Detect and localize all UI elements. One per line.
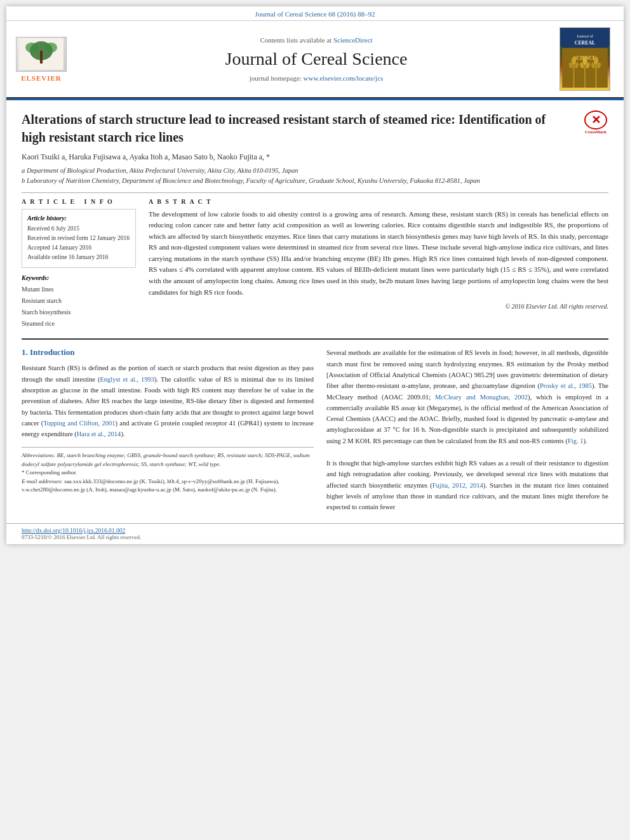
abbreviations-label: Abbreviations: BE, starch branching enzy… [22, 451, 314, 469]
received-date: Received 6 July 2015 [27, 224, 130, 234]
abstract-text: The development of low calorie foods to … [149, 209, 608, 298]
svg-point-3 [25, 43, 38, 53]
sciencedirect-notice: Contents lists available at ScienceDirec… [76, 36, 556, 44]
keywords-label: Keywords: [22, 274, 136, 281]
article-title: Alterations of starch structure lead to … [22, 110, 608, 146]
intro-left-column: 1. Introduction Resistant Starch (RS) is… [22, 347, 314, 512]
svg-rect-2 [40, 51, 43, 63]
article-info-column: A R T I C L E I N F O Article history: R… [22, 198, 136, 330]
revised-date: Received in revised form 12 January 2016 [27, 234, 130, 243]
journal-header: ELSEVIER Contents lists available at Sci… [6, 21, 624, 98]
intro-right-text-1: Several methods are available for the es… [326, 347, 608, 446]
email-tsuiki[interactable]: saa.xxx.kkk.333@docomo.ne.jp [64, 478, 138, 484]
section-divider [22, 338, 608, 340]
article-history-title: Article history: [27, 215, 130, 222]
elsevier-text: ELSEVIER [21, 74, 62, 82]
crossmark-label: CrossMark [585, 130, 607, 136]
intro-title: 1. Introduction [22, 347, 314, 357]
corresponding-note: * Corresponding author. [22, 469, 314, 477]
crossmark-icon [584, 110, 607, 130]
authors-line: Kaori Tsuiki a, Haruka Fujisawa a, Ayaka… [22, 152, 608, 162]
journal-title: Journal of Cereal Science [76, 49, 556, 69]
available-date: Available online 16 January 2016 [27, 253, 130, 262]
article-history-box: Article history: Received 6 July 2015 Re… [22, 209, 136, 269]
abbreviations-text: Abbreviations: BE, starch branching enzy… [22, 452, 310, 467]
keyword-4: Steamed rice [22, 318, 136, 330]
affiliations: a Department of Biological Production, A… [22, 166, 608, 186]
page: Journal of Cereal Science 68 (2016) 88–9… [6, 6, 624, 544]
keyword-3: Starch biosynthesis [22, 307, 136, 318]
issn-line: 0733-5210/© 2016 Elsevier Ltd. All right… [22, 534, 608, 540]
ref-prosky[interactable]: Prosky et al., 1985 [540, 382, 592, 389]
cereal-science-logo: Journal of CEREAL SCIENCE [556, 27, 613, 91]
abstract-header: A B S T R A C T [149, 198, 608, 205]
cereal-science-box: Journal of CEREAL SCIENCE [560, 27, 610, 91]
ref-fig1[interactable]: Fig. 1 [568, 437, 584, 444]
ref-mccleary[interactable]: McCleary and Monaghan, 2002 [435, 394, 528, 401]
email-sato[interactable]: masao@agr.kyushu-u.ac.jp [109, 486, 171, 493]
elsevier-logo: ELSEVIER [13, 27, 76, 91]
copyright-line: © 2016 Elsevier Ltd. All rights reserved… [149, 303, 608, 310]
ref-hara[interactable]: Hara et al., 2014 [77, 430, 121, 437]
footnotes: Abbreviations: BE, starch branching enzy… [22, 447, 314, 495]
introduction-section: 1. Introduction Resistant Starch (RS) is… [22, 347, 608, 512]
intro-right-text-2: It is thought that high-amylose starches… [326, 458, 608, 513]
doi-line: http://dx.doi.org/10.1016/j.jcs.2016.01.… [22, 528, 608, 534]
article-info-header: A R T I C L E I N F O [22, 198, 136, 205]
accepted-date: Accepted 14 January 2016 [27, 243, 130, 253]
homepage-url[interactable]: www.elsevier.com/locate/jcs [304, 74, 384, 82]
article-content: Alterations of starch structure lead to … [6, 100, 624, 523]
sciencedirect-link[interactable]: ScienceDirect [333, 36, 373, 44]
elsevier-logo-image [16, 37, 67, 72]
keyword-1: Mutant lines [22, 284, 136, 295]
intro-right-column: Several methods are available for the es… [326, 347, 608, 512]
divider [22, 192, 608, 193]
email-itoh[interactable]: v.w.chet280@docomo.ne.jp [22, 486, 85, 493]
intro-left-text: Resistant Starch (RS) is defined as the … [22, 363, 314, 439]
email-fujita[interactable]: naokof@akita-pu.ac.jp [198, 486, 250, 493]
homepage-link-line: journal homepage: www.elsevier.com/locat… [76, 74, 556, 82]
keywords-section: Keywords: Mutant lines Resistant starch … [22, 274, 136, 330]
journal-citation: Journal of Cereal Science 68 (2016) 88–9… [6, 6, 624, 21]
email-addresses: E-mail addresses: saa.xxx.kkk.333@docomo… [22, 477, 314, 495]
keyword-2: Resistant starch [22, 295, 136, 307]
svg-text:Journal of: Journal of [577, 34, 594, 38]
citation-text: Journal of Cereal Science 68 (2016) 88–9… [255, 10, 375, 18]
ref-fujita[interactable]: Fujita, 2012, 2014 [432, 482, 483, 489]
ref-topping[interactable]: Topping and Clifton, 2001 [43, 420, 115, 427]
article-two-column: A R T I C L E I N F O Article history: R… [22, 198, 608, 330]
svg-point-15 [594, 57, 598, 65]
svg-point-13 [582, 57, 587, 65]
svg-point-4 [44, 43, 57, 53]
svg-point-11 [572, 57, 576, 65]
ref-englyst[interactable]: Englyst et al., 1993 [100, 376, 154, 383]
svg-text:CEREAL: CEREAL [575, 40, 596, 46]
journal-header-center: Contents lists available at ScienceDirec… [76, 27, 556, 91]
bottom-bar: http://dx.doi.org/10.1016/j.jcs.2016.01.… [6, 523, 624, 544]
crossmark-badge[interactable]: CrossMark [583, 110, 608, 136]
email-fujisawa[interactable]: h0t.4_sp-c-v20yy@softbank.ne.jp [167, 478, 245, 484]
doi-link[interactable]: http://dx.doi.org/10.1016/j.jcs.2016.01.… [22, 528, 125, 534]
abstract-column: A B S T R A C T The development of low c… [149, 198, 608, 330]
